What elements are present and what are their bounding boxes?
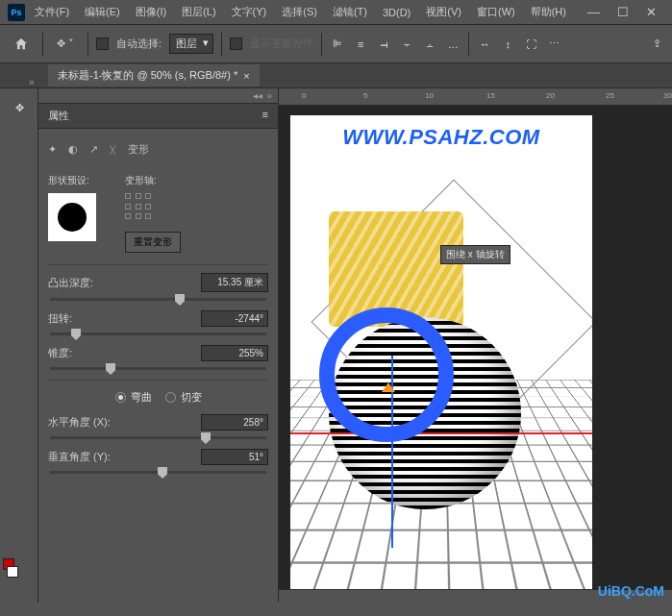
panel-menu-icon[interactable]: »: [266, 90, 272, 101]
3d-mode-icon[interactable]: ⛶: [523, 37, 538, 52]
menu-bar: Ps 文件(F) 编辑(E) 图像(I) 图层(L) 文字(Y) 选择(S) 滤…: [0, 0, 672, 25]
shear-radio[interactable]: 切变: [165, 390, 202, 405]
align-mid-icon[interactable]: ⫠: [422, 37, 437, 52]
panel-title: 属性: [48, 109, 69, 123]
taper-slider[interactable]: [50, 367, 266, 370]
ruler-horizontal: 0 5 10 15 20 25 30: [279, 88, 672, 106]
watermark-bottom: UiBQ.CoM: [598, 583, 664, 599]
canvas-area: 0 5 10 15 20 25 30 WWW.PSAHZ.COM 围绕 x 轴旋…: [279, 88, 672, 603]
menu-edit[interactable]: 编辑(E): [79, 2, 126, 22]
twist-label: 扭转:: [48, 311, 72, 326]
cap-tab-icon[interactable]: ᚷ: [110, 144, 116, 156]
taper-label: 锥度:: [48, 346, 72, 360]
align-center-icon[interactable]: ≡: [353, 37, 368, 52]
v-angle-slider[interactable]: [50, 471, 266, 474]
align-top-icon[interactable]: ⫟: [399, 37, 414, 52]
tool-rail: ✥ »: [0, 88, 38, 603]
bend-radio[interactable]: 弯曲: [115, 390, 152, 405]
divider: [468, 33, 469, 56]
extrude-depth-label: 凸出深度:: [48, 276, 93, 290]
auto-select-checkbox[interactable]: [96, 37, 109, 50]
h-angle-field[interactable]: 258°: [201, 414, 268, 431]
horizon-line: [290, 432, 592, 434]
move-tool-icon[interactable]: ✥ ˅: [51, 34, 80, 54]
taper-field[interactable]: 255%: [201, 345, 268, 361]
tab-title: 未标题-1-恢复的 @ 50% (s, RGB/8#) *: [58, 68, 237, 83]
window-maximize-icon[interactable]: ☐: [617, 5, 629, 19]
menu-help[interactable]: 帮助(H): [525, 2, 572, 22]
app-icon: Ps: [8, 4, 25, 21]
align-left-icon[interactable]: ⊫: [330, 37, 345, 52]
share-icon[interactable]: ⇪: [649, 37, 664, 52]
home-button[interactable]: [8, 33, 35, 56]
menu-filter[interactable]: 滤镜(T): [327, 2, 373, 22]
extrude-depth-field[interactable]: 15.35 厘米: [201, 273, 268, 292]
twist-slider[interactable]: [50, 333, 266, 335]
menu-3d[interactable]: 3D(D): [377, 4, 416, 21]
options-bar: ✥ ˅ 自动选择: 图层 显示变换控件 ⊫ ≡ ⫤ ⫟ ⫠ … ↔ ↕ ⛶ ⋯ …: [0, 25, 672, 63]
show-transform-label: 显示变换控件: [250, 37, 313, 51]
divider: [87, 33, 88, 56]
extrude-depth-slider[interactable]: [50, 298, 266, 301]
panel-menu-icon[interactable]: ≡: [262, 109, 268, 123]
shape-preset-label: 形状预设:: [48, 174, 96, 187]
transform-label: 变形: [128, 142, 149, 157]
align-right-icon[interactable]: ⫤: [376, 37, 391, 52]
window-close-icon[interactable]: ✕: [646, 5, 657, 19]
document-tab[interactable]: 未标题-1-恢复的 @ 50% (s, RGB/8#) * ×: [48, 64, 260, 86]
v-angle-label: 垂直角度 (Y):: [48, 450, 111, 464]
deform-axis-label: 变形轴:: [125, 174, 181, 187]
move-tool[interactable]: ✥: [4, 92, 35, 123]
v-angle-field[interactable]: 51°: [201, 449, 268, 465]
menu-window[interactable]: 窗口(W): [471, 2, 521, 22]
deform-axis-widget[interactable]: [125, 193, 154, 222]
auto-select-label: 自动选择:: [116, 37, 162, 51]
gizmo-center[interactable]: [367, 354, 410, 396]
divider: [221, 33, 222, 56]
document-tab-bar: 未标题-1-恢复的 @ 50% (s, RGB/8#) * ×: [0, 63, 672, 88]
window-minimize-icon[interactable]: —: [587, 5, 600, 19]
shape-preset-dropdown[interactable]: [48, 193, 96, 241]
tab-close-icon[interactable]: ×: [243, 70, 249, 82]
menu-file[interactable]: 文件(F): [29, 2, 75, 22]
deform-tab-icon[interactable]: ◐: [68, 143, 78, 156]
axis-tooltip: 围绕 x 轴旋转: [440, 245, 510, 264]
color-swatches: [3, 558, 14, 578]
distribute-h-icon[interactable]: ↔: [477, 37, 492, 52]
reset-deform-button[interactable]: 重置变形: [125, 232, 181, 253]
menu-layer[interactable]: 图层(L): [176, 2, 221, 22]
h-angle-slider[interactable]: [50, 436, 266, 439]
menu-image[interactable]: 图像(I): [130, 2, 172, 22]
h-angle-label: 水平角度 (X):: [48, 415, 111, 430]
more-align-icon[interactable]: ⋯: [546, 37, 561, 52]
menu-type[interactable]: 文字(Y): [226, 2, 273, 22]
divider: [321, 33, 322, 56]
watermark-top: WWW.PSAHZ.COM: [342, 125, 539, 150]
menu-view[interactable]: 视图(V): [420, 2, 467, 22]
collapse-arrows-icon[interactable]: »: [29, 77, 35, 87]
coords-tab-icon[interactable]: ↗: [89, 143, 98, 156]
show-transform-checkbox[interactable]: [230, 37, 242, 50]
background-color-swatch[interactable]: [7, 566, 18, 578]
twist-field[interactable]: -2744°: [201, 310, 268, 327]
menu-select[interactable]: 选择(S): [276, 2, 323, 22]
properties-panel: ◂◂ » 属性 ≡ ✦ ◐ ↗ ᚷ 变形 形状预设: 变形轴:: [38, 88, 279, 603]
auto-select-dropdown[interactable]: 图层: [169, 34, 213, 54]
mesh-tab-icon[interactable]: ✦: [48, 143, 57, 156]
divider: [42, 33, 43, 56]
panel-collapse-icon[interactable]: ◂◂: [253, 90, 262, 101]
more-icon[interactable]: …: [445, 37, 460, 52]
distribute-v-icon[interactable]: ↕: [500, 37, 515, 52]
document-canvas[interactable]: WWW.PSAHZ.COM 围绕 x 轴旋转: [290, 115, 592, 589]
